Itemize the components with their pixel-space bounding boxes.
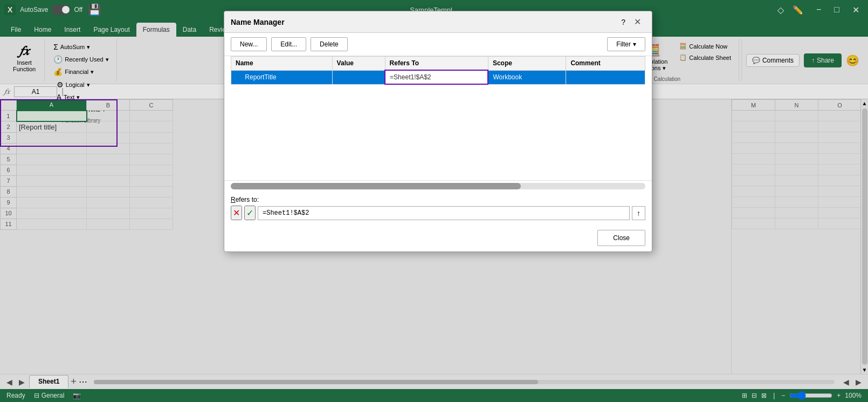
col-header-value: Value <box>332 57 385 71</box>
refers-to-text: efers to: <box>236 196 259 203</box>
close-button[interactable]: Close <box>597 230 645 246</box>
scope-cell: Workbook <box>488 70 566 84</box>
dialog-close-x-btn[interactable]: ✕ <box>630 16 645 28</box>
edit-button[interactable]: Edit... <box>271 37 306 51</box>
dialog-scroll-area <box>224 180 652 192</box>
col-header-name: Name <box>231 57 333 71</box>
col-header-scope: Scope <box>488 57 566 71</box>
dialog-overlay: Name Manager ? ✕ New... Edit... Delete F… <box>0 0 868 402</box>
refers-to-confirm-btn[interactable]: ✓ <box>244 206 256 220</box>
refers-to-cancel-btn[interactable]: ✕ <box>231 206 242 220</box>
refers-to-label: Refers to: <box>231 196 645 203</box>
delete-button[interactable]: Delete <box>311 37 348 51</box>
refers-to-section: Refers to: ✕ ✓ ↑ <box>224 192 652 224</box>
comment-cell <box>566 70 645 84</box>
refers-to-expand-btn[interactable]: ↑ <box>632 206 645 220</box>
dialog-hscroll-thumb <box>231 183 521 189</box>
refers-to-input[interactable] <box>258 206 630 220</box>
filter-button[interactable]: Filter ▾ <box>607 37 645 51</box>
col-header-comment: Comment <box>566 57 645 71</box>
name-cell: ⊞ ReportTitle <box>231 70 333 84</box>
name-grid-icon: ⊞ <box>236 73 241 81</box>
dialog-title-bar: Name Manager ? ✕ <box>224 11 652 33</box>
refers-to-underline: R <box>231 196 236 203</box>
names-table-scroll[interactable]: Name Value Refers To Scope Comment ⊞ Rep… <box>224 56 652 180</box>
dialog-hscroll[interactable] <box>231 183 645 189</box>
dialog-title: Name Manager <box>231 18 617 26</box>
dialog-toolbar: New... Edit... Delete Filter ▾ <box>224 33 652 56</box>
filter-label: Filter <box>616 40 631 48</box>
refers-to-row: ✕ ✓ ↑ <box>231 206 645 220</box>
refers-to-cell: =Sheet1!$A$2 <box>385 70 488 84</box>
dialog-help-btn[interactable]: ? <box>617 17 630 28</box>
names-table: Name Value Refers To Scope Comment ⊞ Rep… <box>231 56 645 85</box>
dialog-footer: Close <box>224 224 652 251</box>
value-cell <box>332 70 385 84</box>
name-value: ReportTitle <box>245 73 276 81</box>
filter-dropdown-icon: ▾ <box>633 40 636 48</box>
new-button[interactable]: New... <box>231 37 267 51</box>
name-manager-dialog: Name Manager ? ✕ New... Edit... Delete F… <box>224 11 652 252</box>
name-entry-row[interactable]: ⊞ ReportTitle =Sheet1!$A$2 Workbook <box>231 70 645 84</box>
col-header-refers-to: Refers To <box>385 57 488 71</box>
